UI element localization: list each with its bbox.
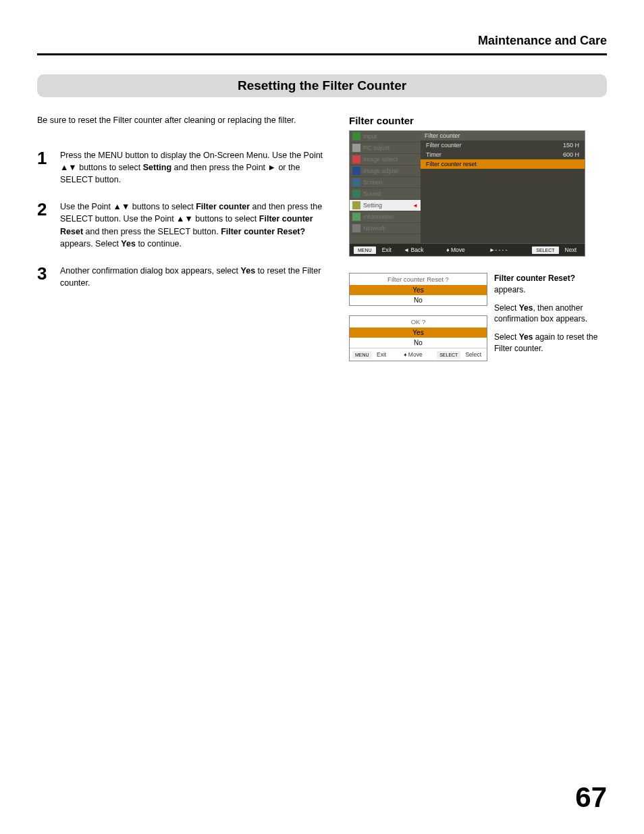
osd-menu-item: Image adjust [350,165,421,177]
step-body: Another confirmation dialog box appears,… [60,265,334,289]
dialog-foot-move: ♦ Move [392,348,435,361]
isel-icon [352,155,360,163]
info-icon [352,213,360,221]
osd-menu-label: Information [363,213,394,220]
input-icon [352,132,360,140]
side-p3: Select Yes again to reset the Filter cou… [494,332,607,355]
osd-panel: Filter counter Filter counter150 HTimer6… [421,131,585,243]
pc-icon [352,144,360,152]
osd-row-label: Timer [426,151,441,158]
osd-foot-next: SELECTNext [528,244,585,256]
setting-icon [352,201,360,209]
right-heading: Filter counter [349,115,607,126]
dialog-title: OK ? [350,316,487,328]
osd-menu-item: Input [350,131,421,142]
osd-foot-exit: MENUExit [350,244,400,256]
dialog-option-no: No [350,338,487,348]
osd-footer: MENUExit ◄ Back ♦ Move ►- - - - SELECTNe… [350,243,585,256]
dialog-foot-select: SELECTSelect [434,348,487,361]
osd-menu-label: Input [363,133,377,140]
chevron-right-icon: ◄ [412,203,418,209]
osd-row-label: Filter counter [426,142,462,149]
step-3: 3 Another confirmation dialog box appear… [37,265,334,289]
screen-icon [352,178,360,186]
osd-menu-item: Setting◄ [350,200,421,211]
iadj-icon [352,167,360,175]
osd-menu-item: Image select [350,154,421,165]
osd-panel-row: Filter counter reset [421,159,585,169]
osd-menu-item: Information [350,211,421,223]
osd-menu-label: Screen [363,179,383,186]
side-explanation: Filter counter Reset? appears. Select Ye… [494,273,607,371]
osd-menu-label: Image adjust [363,167,398,174]
side-p2: Select Yes, then another confirmation bo… [494,303,607,325]
osd-menu-item: Sound [350,188,421,200]
osd-row-value: 600 H [563,151,579,158]
step-2: 2 Use the Point ▲▼ buttons to select Fil… [37,201,334,250]
osd-menu-label: Network [363,225,385,232]
step-body: Press the MENU button to display the On-… [60,149,334,186]
dialog-option-yes: Yes [350,285,487,295]
content-columns: Be sure to reset the Filter counter afte… [37,115,607,371]
dialog-option-no: No [350,295,487,305]
osd-foot-back: ◄ Back [400,244,443,256]
osd-menu-item: Network [350,223,421,234]
page-number: 67 [575,781,607,814]
header-rule [37,53,607,55]
side-p1: Filter counter Reset? appears. [494,273,607,296]
osd-menu-label: Setting [363,202,382,209]
osd-panel-row: Filter counter150 H [421,140,585,150]
intro-text: Be sure to reset the Filter counter afte… [37,115,334,126]
osd-menu-list: InputPC adjustImage selectImage adjustSc… [350,131,421,243]
osd-menu-item: PC adjust [350,142,421,154]
dialog-title: Filter counter Reset ? [350,273,487,285]
step-number: 2 [37,201,60,250]
osd-row-label: Filter counter reset [426,161,477,167]
sound-icon [352,190,360,198]
chapter-heading: Maintenance and Care [37,34,607,48]
dialogs-row: Filter counter Reset ? Yes No OK ? Yes N… [349,273,607,371]
osd-menu-item: Screen [350,177,421,188]
dialog-ok-confirm: OK ? Yes No MENUExit ♦ Move SELECTSelect [349,315,487,361]
osd-panel-title: Filter counter [421,131,585,140]
dialog-reset-confirm: Filter counter Reset ? Yes No [349,273,487,306]
step-number: 3 [37,265,60,289]
osd-menu-label: Image select [363,156,398,163]
section-title: Resetting the Filter Counter [37,74,607,97]
osd-row-value: 150 H [563,142,579,149]
osd-foot-move: ♦ Move [442,244,485,256]
osd-screenshot: InputPC adjustImage selectImage adjustSc… [349,130,585,257]
osd-menu-label: Sound [363,190,381,197]
step-1: 1 Press the MENU button to display the O… [37,149,334,186]
dialog-footer: MENUExit ♦ Move SELECTSelect [350,348,487,361]
osd-menu-label: PC adjust [363,145,390,151]
osd-panel-row: Timer600 H [421,150,585,159]
osd-foot-arrow: ►- - - - [485,244,529,256]
left-column: Be sure to reset the Filter counter afte… [37,115,334,371]
dialog-option-yes: Yes [350,328,487,338]
dialog-foot-exit: MENUExit [350,348,392,361]
step-number: 1 [37,149,60,186]
step-body: Use the Point ▲▼ buttons to select Filte… [60,201,334,250]
net-icon [352,224,360,232]
right-column: Filter counter InputPC adjustImage selec… [349,115,607,371]
dialog-stack: Filter counter Reset ? Yes No OK ? Yes N… [349,273,487,371]
